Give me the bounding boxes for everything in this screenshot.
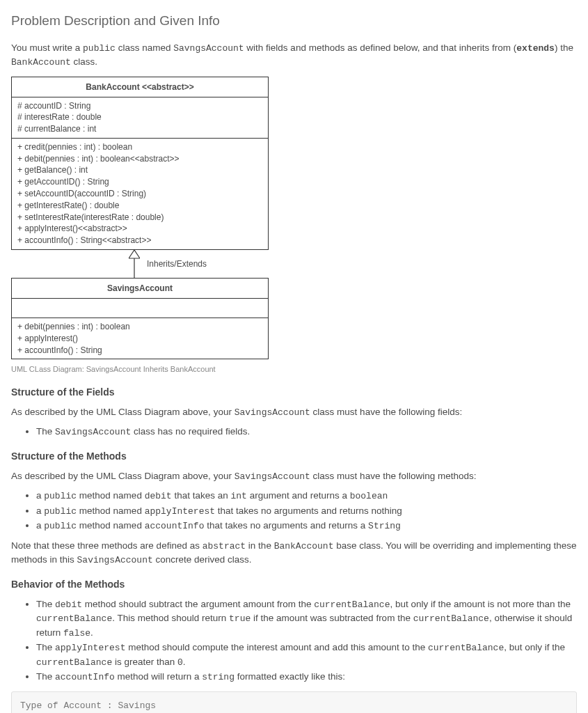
code-savingsaccount: SavingsAccount <box>235 471 310 482</box>
text: that takes no arguments and returns a <box>204 520 368 531</box>
note-paragraph: Note that these three methods are define… <box>11 539 577 567</box>
behavior-heading: Behavior of the Methods <box>11 577 577 592</box>
code-true: true <box>229 613 251 624</box>
code-currentbalance: currentBalance <box>428 643 504 653</box>
code-applyinterest: applyInterest <box>55 643 125 653</box>
code-applyinterest: applyInterest <box>145 506 215 517</box>
code-accountinfo: accountInfo <box>145 521 205 531</box>
text: if the amount was subtracted from the <box>251 613 413 623</box>
text: a <box>36 506 44 516</box>
uml-field: # accountID : String <box>17 100 262 112</box>
behavior-list: The debit method should subtract the arg… <box>11 597 577 684</box>
text: class must have the following fields: <box>310 407 462 417</box>
code-public: public <box>44 506 77 517</box>
code-abstract: abstract <box>202 541 246 551</box>
uml-method: + getAccountID() : String <box>17 176 262 188</box>
uml-bankaccount-methods: + credit(pennies : int) : boolean + debi… <box>12 139 268 249</box>
text: is greater than <box>112 657 177 667</box>
uml-method: + credit(pennies : int) : boolean <box>17 141 262 153</box>
uml-method: + applyInterest() <box>17 333 262 345</box>
code-public: public <box>83 43 116 54</box>
uml-savingsaccount-title: SavingsAccount <box>12 279 268 299</box>
uml-bankaccount-title: BankAccount <<abstract>> <box>12 77 268 97</box>
uml-diagram: BankAccount <<abstract>> # accountID : S… <box>11 77 577 360</box>
code-currentbalance: currentBalance <box>36 657 112 668</box>
text: . This method should return <box>112 613 229 623</box>
text: argument and returns a <box>247 490 350 501</box>
text: class has no required fields. <box>131 426 250 437</box>
uml-field: # currentBalance : int <box>17 123 262 135</box>
code-public: public <box>44 521 77 531</box>
uml-arrow-label: Inherits/Extends <box>140 258 207 270</box>
code-extends: extends <box>516 43 555 54</box>
code-debit: debit <box>145 491 172 501</box>
text: . <box>90 627 93 638</box>
uml-method: + setInterestRate(interestRate : double) <box>17 212 262 224</box>
code-string: string <box>202 672 235 682</box>
text: class. <box>71 56 97 67</box>
text: that takes an <box>172 490 231 501</box>
text: As described by the UML Class Diagram ab… <box>11 471 235 481</box>
text: The <box>36 599 55 609</box>
uml-method: + getBalance() : int <box>17 164 262 176</box>
code-savingsaccount: SavingsAccount <box>55 427 131 437</box>
text: The <box>36 426 55 437</box>
fields-intro: As described by the UML Class Diagram ab… <box>11 405 577 420</box>
text: Note that these three methods are define… <box>11 540 202 551</box>
arrow-up-icon <box>129 250 140 278</box>
code-public: public <box>44 491 77 501</box>
uml-savingsaccount-box: SavingsAccount + debit(pennies : int) : … <box>11 278 269 359</box>
list-item: The accountInfo method will return a str… <box>36 670 577 684</box>
page-title: Problem Description and Given Info <box>11 11 577 31</box>
uml-caption: UML CLass Diagram: SavingsAccount Inheri… <box>11 363 577 375</box>
uml-method: + setAccountID(accountID : String) <box>17 188 262 200</box>
text: method named <box>77 490 145 501</box>
text: method named <box>77 520 145 531</box>
uml-method: + getInterestRate() : double <box>17 200 262 212</box>
list-item: a public method named accountInfo that t… <box>36 519 577 533</box>
uml-method: + applyInterest()<<abstract>> <box>17 223 262 235</box>
text: ) the <box>555 42 573 53</box>
uml-method: + debit(pennies : int) : boolean <box>17 321 262 333</box>
code-zero: 0 <box>177 657 183 668</box>
text: a <box>36 520 44 531</box>
fields-heading: Structure of the Fields <box>11 385 577 400</box>
code-savingsaccount: SavingsAccount <box>235 407 310 418</box>
text: As described by the UML Class Diagram ab… <box>11 407 235 417</box>
uml-inherits-arrow: Inherits/Extends <box>11 250 269 278</box>
text: a <box>36 490 44 501</box>
code-bankaccount: BankAccount <box>11 57 71 68</box>
text: The <box>36 642 55 652</box>
text: method should subtract the argument amou… <box>82 599 314 609</box>
text: The <box>36 671 55 682</box>
svg-marker-0 <box>129 250 140 258</box>
list-item: a public method named applyInterest that… <box>36 504 577 519</box>
text: concrete derived class. <box>153 554 252 565</box>
code-currentbalance: currentBalance <box>314 600 390 610</box>
code-bankaccount: BankAccount <box>274 541 334 551</box>
text: with fields and methods as defined below… <box>244 42 517 53</box>
text: class named <box>116 42 173 53</box>
text: method will return a <box>115 671 202 682</box>
uml-method: + accountInfo() : String <box>17 345 262 356</box>
code-debit: debit <box>55 600 82 610</box>
code-savngsaccount: SavngsAccount <box>173 43 244 54</box>
list-item: The applyInterest method should compute … <box>36 641 577 669</box>
uml-savingsaccount-fields <box>12 299 268 318</box>
output-codeblock: Type of Account : Savings Account ID : 1… <box>11 691 577 713</box>
uml-savingsaccount-methods: + debit(pennies : int) : boolean + apply… <box>12 318 268 359</box>
text: , but only if the amount is not more tha… <box>390 599 571 609</box>
text: formatted exactly like this: <box>235 671 345 682</box>
text: You must write a <box>11 42 83 53</box>
methods-heading: Structure of the Methods <box>11 449 577 464</box>
text: , but only if the <box>504 642 565 652</box>
methods-intro: As described by the UML Class Diagram ab… <box>11 469 577 484</box>
uml-method: + accountInfo() : String<<abstract>> <box>17 235 262 246</box>
fields-list: The SavingsAccount class has no required… <box>11 425 577 439</box>
methods-list: a public method named debit that takes a… <box>11 489 577 533</box>
code-savingsaccount: SavingsAccount <box>77 555 153 565</box>
text: . <box>183 657 186 667</box>
text: in the <box>246 540 274 551</box>
code-boolean: boolean <box>350 491 388 501</box>
text: that takes no arguments and returns noth… <box>215 506 402 516</box>
